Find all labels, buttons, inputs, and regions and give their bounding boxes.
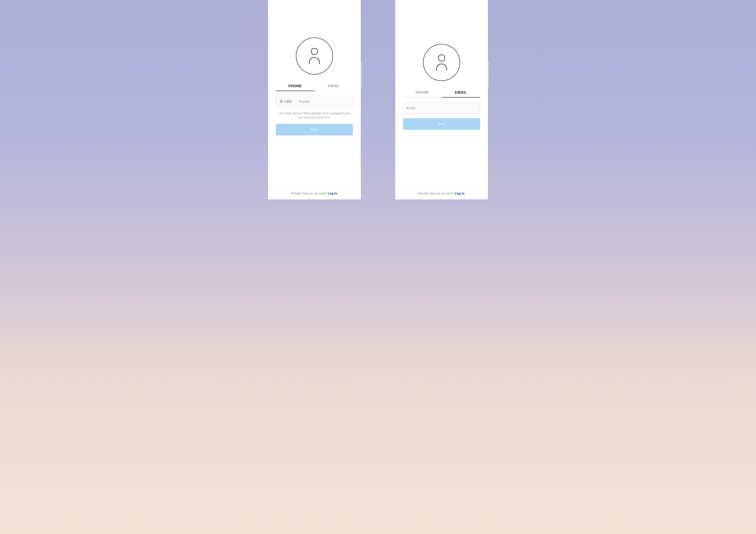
avatar-placeholder bbox=[296, 38, 333, 74]
next-button[interactable]: Next bbox=[276, 124, 353, 136]
tab-phone[interactable]: PHONE bbox=[276, 82, 314, 91]
email-input-row bbox=[403, 102, 480, 114]
tab-phone[interactable]: PHONE bbox=[403, 88, 442, 97]
email-input[interactable] bbox=[403, 103, 480, 114]
footer-prompt: Already have an account? bbox=[291, 191, 327, 195]
next-button[interactable]: Next bbox=[403, 118, 480, 130]
scroll-indicator[interactable] bbox=[361, 62, 362, 87]
tab-email[interactable]: EMAIL bbox=[314, 82, 353, 91]
person-icon bbox=[308, 48, 321, 64]
content-area: PHONE EMAIL Next bbox=[395, 0, 488, 187]
content-area: PHONE EMAIL IE +353 You may receive SMS … bbox=[268, 0, 361, 187]
footer: Already have an account? Log in. bbox=[395, 187, 488, 199]
signup-screen-email: PHONE EMAIL Next Already have an account… bbox=[395, 0, 488, 199]
scroll-indicator[interactable] bbox=[488, 62, 489, 87]
login-link[interactable]: Log in. bbox=[328, 191, 338, 195]
signup-screen-phone: PHONE EMAIL IE +353 You may receive SMS … bbox=[268, 0, 361, 199]
svg-point-0 bbox=[311, 48, 318, 55]
footer: Already have an account? Log in. bbox=[268, 187, 361, 199]
login-link[interactable]: Log in. bbox=[455, 191, 465, 195]
country-code-selector[interactable]: IE +353 bbox=[276, 99, 296, 104]
person-icon bbox=[435, 54, 448, 71]
signup-tabs: PHONE EMAIL bbox=[403, 88, 480, 97]
avatar-placeholder bbox=[423, 44, 460, 81]
phone-input-row: IE +353 bbox=[276, 96, 353, 108]
signup-tabs: PHONE EMAIL bbox=[276, 82, 353, 91]
phone-input[interactable] bbox=[296, 96, 353, 107]
footer-prompt: Already have an account? bbox=[418, 191, 454, 195]
svg-point-1 bbox=[438, 55, 445, 61]
sms-helper-text: You may receive SMS updates from Instagr… bbox=[276, 111, 353, 119]
tab-email[interactable]: EMAIL bbox=[442, 88, 480, 97]
